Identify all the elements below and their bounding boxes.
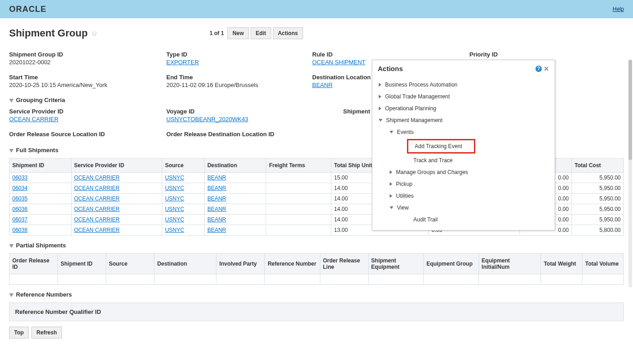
- col-freight-terms[interactable]: Freight Terms: [266, 159, 331, 173]
- total-cost-cell: 5,950.00: [571, 204, 623, 215]
- service-provider-link[interactable]: OCEAN CARRIER: [74, 195, 120, 202]
- help-icon[interactable]: ?: [535, 66, 542, 72]
- start-time-label: Start Time: [9, 74, 166, 81]
- col-header[interactable]: Source: [106, 254, 154, 274]
- rule-id-link[interactable]: OCEAN SHIPMENT: [312, 59, 365, 66]
- tree-label: Manage Groups and Charges: [396, 169, 468, 175]
- tree-audit-trail[interactable]: Audit Trail: [372, 214, 555, 226]
- destination-link[interactable]: BEANR: [207, 227, 226, 233]
- destination-link[interactable]: BEANR: [207, 206, 226, 212]
- help-link[interactable]: Help: [612, 6, 624, 12]
- edit-button[interactable]: Edit: [251, 27, 271, 39]
- tree-label: Business Process Automation: [385, 82, 458, 88]
- freight-terms-cell: [266, 204, 331, 215]
- col-header[interactable]: Equipment Group: [423, 254, 479, 274]
- service-provider-link[interactable]: OCEAN CARRIER: [74, 206, 120, 212]
- source-link[interactable]: USNYC: [165, 174, 184, 181]
- col-header[interactable]: Total Weight: [541, 254, 582, 274]
- dest-location-link[interactable]: BEANR: [312, 82, 333, 88]
- oracle-logo: ORACLE: [9, 5, 46, 14]
- type-id-link[interactable]: EXPORTER: [166, 59, 199, 66]
- col-total-cost[interactable]: Total Cost: [571, 159, 623, 173]
- tree-events[interactable]: Events: [372, 126, 555, 138]
- total-cost-cell: 5,950.00: [571, 215, 623, 225]
- page-title: Shipment Group: [9, 27, 87, 39]
- source-link[interactable]: USNYC: [165, 195, 184, 202]
- shipment-id-link[interactable]: 06036: [12, 206, 27, 212]
- source-link[interactable]: USNYC: [165, 185, 184, 191]
- destination-link[interactable]: BEANR: [207, 185, 226, 191]
- col-destination[interactable]: Destination: [204, 159, 266, 173]
- col-header[interactable]: Involved Party: [216, 254, 265, 274]
- freight-terms-cell: [266, 173, 331, 183]
- shipment-id-link[interactable]: 06037: [12, 216, 27, 223]
- top-button[interactable]: Top: [9, 327, 29, 338]
- tree-utilities[interactable]: Utilities: [372, 190, 555, 202]
- empty-cell: [320, 274, 368, 285]
- empty-cell: [368, 274, 423, 285]
- partial-shipments-header[interactable]: Partial Shipments: [9, 242, 624, 249]
- section-label: Grouping Criteria: [16, 97, 65, 103]
- col-header[interactable]: Order Release Line: [320, 254, 368, 274]
- chevron-down-icon: [379, 119, 382, 122]
- favorite-star-icon[interactable]: ☆: [91, 29, 98, 38]
- freight-terms-cell: [266, 183, 331, 194]
- freight-terms-cell: [266, 194, 331, 204]
- col-source[interactable]: Source: [162, 159, 205, 173]
- col-header[interactable]: Destination: [154, 254, 216, 274]
- source-link[interactable]: USNYC: [165, 227, 184, 233]
- tree-view[interactable]: View: [372, 202, 555, 214]
- shipment-id-link[interactable]: 06033: [12, 174, 27, 181]
- col-header[interactable]: Reference Number: [265, 254, 320, 274]
- tree-track-and-trace[interactable]: Track and Trace: [372, 154, 555, 166]
- col-header[interactable]: Order Release ID: [10, 254, 58, 274]
- close-icon[interactable]: ✕: [544, 65, 549, 72]
- shipment-id-link[interactable]: 06038: [12, 227, 27, 233]
- col-header[interactable]: Total Volume: [582, 254, 624, 274]
- tree-label: View: [397, 205, 409, 211]
- type-id-label: Type ID: [166, 51, 312, 58]
- new-button[interactable]: New: [227, 27, 249, 39]
- destination-link[interactable]: BEANR: [207, 216, 226, 223]
- rule-id-label: Rule ID: [312, 51, 469, 58]
- tree-manage-groups[interactable]: Manage Groups and Charges: [372, 166, 555, 178]
- col-header[interactable]: Equipment Initial/Num: [479, 254, 540, 274]
- service-provider-link[interactable]: OCEAN CARRIER: [74, 185, 120, 191]
- end-time-value: 2020-11-02 09:16 Europe/Brussels: [166, 82, 312, 88]
- order-release-dest-label: Order Release Destination Location ID: [166, 131, 312, 138]
- col-header[interactable]: Shipment Equipment: [368, 254, 423, 274]
- actions-button[interactable]: Actions: [273, 27, 303, 39]
- service-provider-link[interactable]: OCEAN CARRIER: [74, 216, 120, 223]
- col-header[interactable]: Shipment ID: [58, 254, 106, 274]
- tree-add-tracking-event[interactable]: Add Tracking Event: [407, 139, 475, 154]
- col-shipment-id[interactable]: Shipment ID: [10, 159, 72, 173]
- source-link[interactable]: USNYC: [165, 216, 184, 223]
- tree-label: Events: [397, 129, 414, 135]
- shipment-id-link[interactable]: 06035: [12, 195, 27, 202]
- chevron-right-icon: [379, 83, 381, 87]
- shipment-id-link[interactable]: 06034: [12, 185, 27, 191]
- tree-label: Track and Trace: [413, 157, 453, 164]
- destination-link[interactable]: BEANR: [207, 195, 226, 202]
- service-provider-link[interactable]: OCEAN CARRIER: [74, 227, 120, 233]
- section-label: Reference Numbers: [16, 291, 72, 298]
- service-provider-link[interactable]: OCEAN CARRIER: [74, 174, 120, 181]
- voyage-id-link[interactable]: USNYCTOBEANR_2020WK43: [166, 116, 248, 123]
- tree-label: Global Trade Management: [385, 93, 450, 100]
- source-link[interactable]: USNYC: [165, 206, 184, 212]
- total-cost-cell: 5,800.00: [571, 225, 623, 236]
- tree-pickup[interactable]: Pickup: [372, 178, 555, 190]
- popup-title: Actions: [378, 65, 403, 72]
- service-provider-id-link[interactable]: OCEAN CARRIER: [9, 116, 58, 123]
- reference-numbers-header[interactable]: Reference Numbers: [9, 291, 624, 298]
- tree-global-trade-management[interactable]: Global Trade Management: [372, 91, 555, 103]
- tree-operational-planning[interactable]: Operational Planning: [372, 103, 555, 114]
- end-time-label: End Time: [166, 74, 312, 81]
- tree-business-process-automation[interactable]: Business Process Automation: [372, 79, 555, 91]
- destination-link[interactable]: BEANR: [207, 174, 226, 181]
- vertical-scrollbar[interactable]: [628, 60, 632, 287]
- scrollbar-thumb[interactable]: [628, 60, 632, 160]
- tree-shipment-management[interactable]: Shipment Management: [372, 114, 555, 126]
- refresh-button[interactable]: Refresh: [31, 327, 62, 338]
- col-service-provider[interactable]: Service Provider ID: [71, 159, 162, 173]
